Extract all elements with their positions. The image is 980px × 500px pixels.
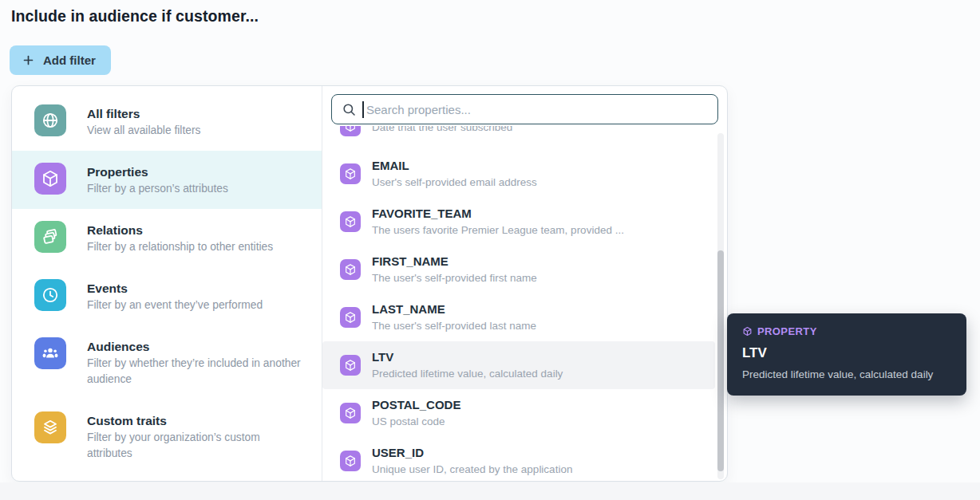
property-description: The user's self-provided first name [372, 271, 537, 285]
filter-categories: All filtersView all available filtersPro… [12, 86, 322, 481]
cube-icon [340, 211, 361, 232]
category-label: All filters [87, 105, 301, 122]
sidebar-item-relations[interactable]: RelationsFilter by a relationship to oth… [12, 209, 322, 267]
page-footer-strip [0, 482, 980, 500]
category-description: Filter by a relationship to other entiti… [87, 239, 301, 255]
search-input[interactable] [357, 95, 717, 124]
property-name: EMAIL [372, 158, 537, 173]
property-description: The user's self-provided last name [372, 319, 536, 333]
sidebar-item-audiences[interactable]: AudiencesFilter by whether they’re inclu… [12, 325, 322, 400]
properties-column: Date that the user subscribedEMAILUser's… [322, 86, 727, 481]
property-description: Date that the user subscribed [372, 126, 512, 135]
category-description: View all available filters [87, 123, 301, 139]
cube-icon [340, 307, 361, 328]
tooltip-description: Predicted lifetime value, calculated dai… [742, 367, 948, 383]
tooltip-title: LTV [742, 345, 951, 361]
property-description: US postal code [372, 415, 460, 429]
category-description: Filter by whether they’re included in an… [87, 356, 301, 388]
category-label: Custom traits [87, 412, 301, 429]
category-description: Filter by your organization’s custom att… [87, 430, 301, 462]
property-name: FIRST_NAME [372, 254, 537, 269]
text-caret [362, 101, 364, 118]
relations-icon [34, 221, 66, 253]
property-item-ltv[interactable]: LTVPredicted lifetime value, calculated … [322, 341, 715, 389]
category-label: Properties [87, 163, 301, 180]
sidebar-item-all-filters[interactable]: All filtersView all available filters [12, 93, 322, 151]
property-item-postal-code[interactable]: POSTAL_CODEUS postal code [322, 389, 715, 437]
add-filter-label: Add filter [43, 53, 96, 67]
search-box[interactable] [331, 94, 718, 124]
category-description: Filter by an event they’ve performed [87, 297, 301, 313]
category-label: Events [87, 280, 301, 297]
property-description: Unique user ID, created by the applicati… [372, 463, 572, 477]
filter-panel: All filtersView all available filtersPro… [11, 85, 728, 482]
tooltip-type-row: PROPERTY [742, 325, 951, 337]
cube-icon [34, 163, 66, 195]
cube-icon [340, 126, 361, 136]
people-icon [34, 337, 66, 369]
clock-icon [34, 279, 66, 311]
property-tooltip: PROPERTY LTV Predicted lifetime value, c… [727, 313, 966, 396]
property-name: LAST_NAME [372, 301, 536, 317]
category-label: Audiences [87, 338, 301, 355]
tooltip-type-label: PROPERTY [757, 325, 817, 337]
globe-icon [34, 104, 66, 136]
cube-icon [340, 355, 361, 376]
cube-icon [340, 451, 361, 471]
property-name: USER_ID [372, 445, 572, 460]
cube-icon [340, 163, 361, 184]
add-filter-button[interactable]: Add filter [10, 45, 111, 75]
property-item-favorite-team[interactable]: FAVORITE_TEAMThe users favorite Premier … [322, 198, 715, 246]
layers-icon [34, 411, 66, 443]
cube-icon [340, 259, 361, 280]
category-description: Filter by a person’s attributes [87, 181, 301, 197]
search-icon [342, 102, 357, 117]
property-item-last-name[interactable]: LAST_NAMEThe user's self-provided last n… [322, 293, 715, 341]
cube-icon [742, 326, 753, 337]
page-title: Include in audience if customer... [11, 7, 259, 26]
properties-list: Date that the user subscribedEMAILUser's… [322, 126, 727, 480]
sidebar-item-custom-traits[interactable]: Custom traitsFilter by your organization… [12, 400, 322, 474]
property-item-email[interactable]: EMAILUser's self-provided email address [322, 150, 715, 198]
property-name: LTV [372, 349, 563, 364]
plus-icon [22, 53, 35, 67]
cube-icon [340, 403, 361, 423]
property-item-user-id[interactable]: USER_IDUnique user ID, created by the ap… [322, 437, 715, 480]
sidebar-item-properties[interactable]: PropertiesFilter by a person’s attribute… [12, 151, 322, 209]
property-description: User's self-provided email address [372, 175, 537, 190]
category-label: Relations [87, 222, 301, 238]
property-name: POSTAL_CODE [372, 397, 460, 412]
scrollbar-thumb[interactable] [717, 250, 724, 471]
property-name: FAVORITE_TEAM [372, 206, 624, 221]
property-item-partial[interactable]: Date that the user subscribed [322, 126, 715, 150]
property-description: The users favorite Premier League team, … [372, 223, 624, 238]
sidebar-item-events[interactable]: EventsFilter by an event they’ve perform… [12, 267, 322, 325]
property-item-first-name[interactable]: FIRST_NAMEThe user's self-provided first… [322, 246, 715, 293]
property-description: Predicted lifetime value, calculated dai… [372, 367, 563, 381]
